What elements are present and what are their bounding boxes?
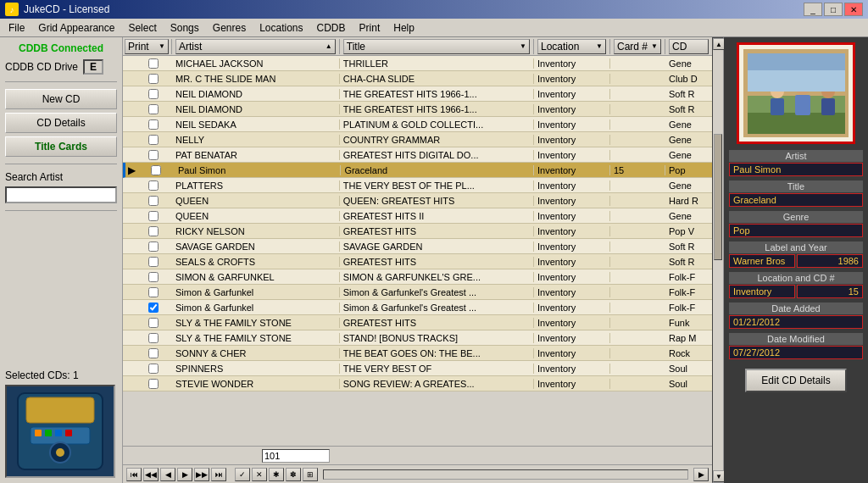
- menu-file[interactable]: File: [2, 20, 31, 36]
- artist-cell: RICKY NELSON: [172, 226, 340, 236]
- print-checkbox[interactable]: [148, 303, 159, 313]
- nav-check[interactable]: ✓: [235, 468, 250, 481]
- table-row[interactable]: SLY & THE FAMILY STONEGREATEST HITSInven…: [123, 315, 712, 330]
- table-row[interactable]: NEIL DIAMONDTHE GREATEST HITS 1966-1...I…: [123, 102, 712, 117]
- print-checkbox[interactable]: [148, 135, 159, 145]
- menu-help[interactable]: Help: [387, 20, 421, 36]
- print-checkbox[interactable]: [148, 348, 159, 358]
- print-checkbox[interactable]: [148, 379, 159, 389]
- nav-scroll-right[interactable]: ▶: [693, 468, 709, 481]
- label-value: Warner Bros: [729, 254, 795, 268]
- edit-cd-details-button[interactable]: Edit CD Details: [745, 369, 847, 392]
- minimize-button[interactable]: _: [804, 3, 822, 16]
- cd-cell: Pop V: [665, 226, 712, 236]
- col-header-title: Title ▼: [340, 39, 534, 54]
- search-input[interactable]: [5, 186, 117, 203]
- vertical-scrollbar[interactable]: ▲ ▼: [712, 37, 724, 483]
- print-checkbox[interactable]: [148, 150, 159, 160]
- print-checkbox[interactable]: [148, 180, 159, 191]
- table-row[interactable]: STEVIE WONDERSONG REVIEW: A GREATES...In…: [123, 376, 712, 391]
- location-cell: Inventory: [534, 272, 610, 282]
- nav-asterisk[interactable]: ✽: [286, 468, 301, 481]
- maximize-button[interactable]: □: [824, 3, 843, 16]
- print-checkbox[interactable]: [148, 58, 159, 69]
- scroll-up-btn[interactable]: ▲: [713, 38, 724, 50]
- nav-prev[interactable]: ◀: [160, 468, 175, 481]
- nav-next[interactable]: ▶: [177, 468, 192, 481]
- print-checkbox[interactable]: [148, 333, 159, 343]
- table-row[interactable]: NEIL SEDAKAPLATINUM & GOLD COLLECTI...In…: [123, 117, 712, 132]
- table-row[interactable]: PAT BENATARGREATEST HITS DIGITAL DO...In…: [123, 147, 712, 163]
- horizontal-scrollbar[interactable]: [323, 469, 688, 480]
- table-row[interactable]: MR. C THE SLIDE MANCHA-CHA SLIDEInventor…: [123, 71, 712, 86]
- new-cd-button[interactable]: New CD: [5, 89, 117, 109]
- cardnum-header-btn[interactable]: Card # ▼: [614, 39, 661, 54]
- menu-grid-appearance[interactable]: Grid Appearance: [31, 20, 121, 36]
- grid-body[interactable]: MICHAEL JACKSONTHRILLERInventoryGeneMR. …: [123, 56, 712, 446]
- cd-details-button[interactable]: CD Details: [5, 113, 117, 133]
- table-row[interactable]: SPINNERSTHE VERY BEST OFInventorySoul: [123, 361, 712, 376]
- table-row[interactable]: QUEENGREATEST HITS IIInventoryGene: [123, 208, 712, 224]
- print-checkbox[interactable]: [148, 272, 159, 282]
- location-cell: Inventory: [534, 74, 610, 84]
- menu-cddb[interactable]: CDDB: [310, 20, 353, 36]
- cd-cell: Soft R: [665, 242, 712, 252]
- nav-next-page[interactable]: ▶▶: [194, 468, 209, 481]
- print-checkbox[interactable]: [148, 257, 159, 267]
- title-header-btn[interactable]: Title ▼: [343, 39, 530, 54]
- table-row[interactable]: Simon & GarfunkelSimon & Garfunkel's Gre…: [123, 285, 712, 300]
- print-checkbox[interactable]: [148, 318, 159, 328]
- print-checkbox[interactable]: [148, 119, 159, 130]
- table-row[interactable]: SONNY & CHERTHE BEAT GOES ON: THE BE...I…: [123, 346, 712, 361]
- print-checkbox[interactable]: [148, 74, 159, 84]
- title-cards-button[interactable]: Title Cards: [5, 136, 117, 157]
- table-row[interactable]: ▶Paul SimonGracelandInventory15Pop: [123, 163, 712, 178]
- artist-header-btn[interactable]: Artist ▲: [175, 39, 336, 54]
- table-row[interactable]: SIMON & GARFUNKELSIMON & GARFUNKEL'S GRE…: [123, 269, 712, 285]
- print-checkbox[interactable]: [148, 89, 159, 99]
- print-checkbox[interactable]: [148, 196, 159, 206]
- print-header-btn[interactable]: Print ▼: [125, 39, 169, 54]
- menu-locations[interactable]: Locations: [253, 20, 309, 36]
- nav-first[interactable]: ⏮: [126, 468, 142, 481]
- menu-print[interactable]: Print: [353, 20, 387, 36]
- table-row[interactable]: SAVAGE GARDENSAVAGE GARDENInventorySoft …: [123, 239, 712, 254]
- nav-cross[interactable]: ✕: [252, 468, 267, 481]
- scroll-thumb[interactable]: [714, 134, 722, 260]
- print-checkbox[interactable]: [148, 104, 159, 114]
- nav-prev-page[interactable]: ◀◀: [143, 468, 159, 481]
- table-row[interactable]: NELLYCOUNTRY GRAMMARInventoryGene: [123, 132, 712, 147]
- cd-header-btn[interactable]: CD: [669, 39, 709, 54]
- close-button[interactable]: ✕: [844, 3, 863, 16]
- nav-last[interactable]: ⏭: [211, 468, 226, 481]
- menu-select[interactable]: Select: [121, 20, 163, 36]
- table-row[interactable]: Simon & GarfunkelSimon & Garfunkel's Gre…: [123, 300, 712, 315]
- table-row[interactable]: QUEENQUEEN: GREATEST HITSInventoryHard R: [123, 193, 712, 208]
- print-checkbox[interactable]: [148, 364, 159, 374]
- table-row[interactable]: SEALS & CROFTSGREATEST HITSInventorySoft…: [123, 254, 712, 269]
- scroll-down-btn[interactable]: ▼: [713, 470, 724, 482]
- table-row[interactable]: NEIL DIAMONDTHE GREATEST HITS 1966-1...I…: [123, 86, 712, 102]
- table-row[interactable]: RICKY NELSONGREATEST HITSInventoryPop V: [123, 224, 712, 239]
- table-row[interactable]: PLATTERSTHE VERY BEST OF THE PL...Invent…: [123, 178, 712, 193]
- print-checkbox[interactable]: [148, 242, 159, 252]
- print-checkbox[interactable]: [151, 165, 161, 175]
- location-header-btn[interactable]: Location ▼: [537, 39, 606, 54]
- print-checkbox-cell: [135, 272, 172, 282]
- print-checkbox[interactable]: [148, 226, 159, 236]
- print-checkbox[interactable]: [148, 211, 159, 221]
- cddb-drive-row: CDDB CD Drive E: [5, 59, 117, 75]
- table-row[interactable]: MICHAEL JACKSONTHRILLERInventoryGene: [123, 56, 712, 71]
- label-year-row: Warner Bros 1986: [729, 254, 863, 268]
- menu-songs[interactable]: Songs: [164, 20, 206, 36]
- print-checkbox[interactable]: [148, 287, 159, 297]
- menu-genres[interactable]: Genres: [206, 20, 253, 36]
- title-cell: COUNTRY GRAMMAR: [340, 135, 534, 145]
- print-checkbox-cell: [135, 257, 172, 267]
- cd-cell: Club D: [665, 74, 712, 84]
- table-row[interactable]: SLY & THE FAMILY STONESTAND! [BONUS TRAC…: [123, 330, 712, 346]
- footer-input[interactable]: [262, 449, 330, 463]
- nav-star[interactable]: ✱: [269, 468, 284, 481]
- artist-cell: NEIL SEDAKA: [172, 119, 340, 130]
- nav-grid[interactable]: ⊞: [303, 468, 318, 481]
